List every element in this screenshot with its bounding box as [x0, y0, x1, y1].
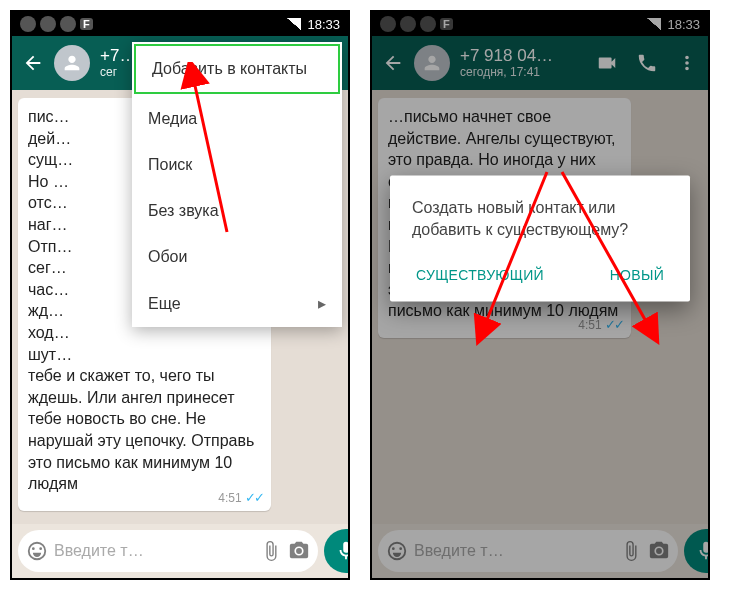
input-row — [12, 524, 348, 578]
avatar[interactable] — [54, 45, 90, 81]
menu-media[interactable]: Медиа — [132, 96, 342, 142]
camera-icon[interactable] — [288, 540, 310, 562]
read-ticks-icon: ✓✓ — [245, 489, 263, 507]
menu-search[interactable]: Поиск — [132, 142, 342, 188]
attach-icon[interactable] — [260, 540, 282, 562]
status-bar: F 18:33 — [12, 12, 348, 36]
signal-icon — [287, 18, 301, 30]
status-time: 18:33 — [307, 17, 340, 32]
status-app-icon — [40, 16, 56, 32]
menu-more[interactable]: Еще ▸ — [132, 280, 342, 327]
status-app-icon — [20, 16, 36, 32]
mic-button[interactable] — [324, 529, 350, 573]
menu-wallpaper[interactable]: Обои — [132, 234, 342, 280]
message-time: 4:51 — [218, 490, 241, 506]
message-input[interactable] — [54, 542, 254, 560]
dialog-message: Создать новый контакт или добавить к сущ… — [412, 198, 668, 241]
chevron-right-icon: ▸ — [318, 294, 326, 313]
dialog-new-button[interactable]: НОВЫЙ — [606, 259, 668, 291]
message-input-box[interactable] — [18, 530, 318, 572]
emoji-icon[interactable] — [26, 540, 48, 562]
menu-more-label: Еще — [148, 295, 181, 313]
phone-right: F 18:33 +7 918 04… сегодня, 17:41 — [370, 10, 710, 580]
menu-add-to-contacts[interactable]: Добавить в контакты — [134, 44, 340, 94]
phone-left: F 18:33 +7… сег пис… дей… сущ… Но … отс…… — [10, 10, 350, 580]
status-f-icon: F — [80, 18, 93, 30]
add-contact-dialog: Создать новый контакт или добавить к сущ… — [390, 176, 690, 301]
overflow-menu: Добавить в контакты Медиа Поиск Без звук… — [132, 42, 342, 327]
back-arrow-icon[interactable] — [22, 52, 44, 74]
menu-mute[interactable]: Без звука — [132, 188, 342, 234]
status-app-icon — [60, 16, 76, 32]
dialog-existing-button[interactable]: СУЩЕСТВУЮЩИЙ — [412, 259, 548, 291]
